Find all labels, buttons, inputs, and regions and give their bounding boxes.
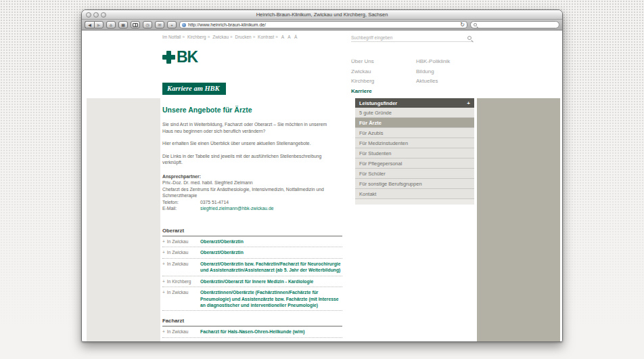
job-link[interactable]: Oberarzt/Oberärztin	[200, 249, 244, 255]
job-location: In Zwickau	[162, 261, 200, 274]
sidebar-item-azubis[interactable]: Für Azubis	[355, 128, 474, 138]
nav-hbk-poliklinik[interactable]: HBK-Poliklinik	[416, 57, 481, 67]
phone-value: 0375 51-4714	[200, 199, 229, 206]
utility-link-kirchberg[interactable]: Kirchberg	[187, 35, 206, 39]
intro-paragraph: Hier erhalten Sie einen Überblick über u…	[162, 140, 331, 147]
plus-bullet-icon	[162, 341, 167, 341]
mail-button[interactable]: ✉	[155, 21, 164, 28]
book-icon	[133, 23, 138, 27]
job-link[interactable]: Oberarzt/Oberärztin bzw. Fachärztin/Fach…	[200, 261, 342, 274]
sidebar-item-schueler[interactable]: Für Schüler	[355, 169, 474, 179]
window-controls	[86, 12, 106, 18]
job-link[interactable]: Facharzt für Hals-Nasen-Ohren-Heilkunde …	[200, 329, 304, 335]
close-button[interactable]	[86, 12, 91, 18]
hbk-logo[interactable]: BK	[162, 51, 198, 64]
browser-search-field[interactable]	[470, 21, 559, 28]
plus-bullet-icon	[162, 261, 167, 266]
job-row: In Zwickau Oberarzt/Oberärztin	[162, 236, 342, 247]
font-size-small[interactable]: A	[281, 35, 285, 39]
job-location: In Zwickau	[162, 329, 200, 335]
sidebar-item-medizinstudenten[interactable]: Für Medizinstudenten	[355, 138, 474, 148]
section-title: Facharzt	[162, 318, 342, 326]
sidebar: Leistungsfinder + 5 gute Gründe Für Ärzt…	[355, 98, 474, 205]
email-link[interactable]: siegfried.zielmann@hbk-zwickau.de	[200, 205, 274, 212]
jobs-section-oberarzt: Oberarzt In Zwickau Oberarzt/Oberärztin …	[162, 228, 342, 311]
job-location: In Zwickau	[162, 238, 200, 245]
job-row: In Kirchberg Oberärztin/Oberarzt für Inn…	[162, 276, 342, 287]
font-size-controls: A A Ä	[281, 35, 299, 39]
left-background-panel	[87, 98, 160, 341]
font-size-medium[interactable]: A	[288, 35, 292, 39]
job-location: In Zwickau	[162, 289, 200, 308]
site-search-field[interactable]: Suchbegriff eingeben	[351, 34, 473, 42]
back-button[interactable]: ◀	[85, 21, 94, 28]
sidebar-item-kontakt[interactable]: Kontakt	[355, 189, 474, 199]
title-bar[interactable]: Heinrich-Braun-Klinikum, Zwickau und Kir…	[82, 10, 562, 20]
job-row: In Zwickau Facharzt für Hals-Nasen-Ohren…	[162, 326, 342, 337]
url-text[interactable]: http://www.heinrich-braun-klinikum.de/	[188, 22, 458, 27]
sidebar-item-studenten[interactable]: Für Studenten	[355, 148, 474, 159]
expand-icon[interactable]: +	[467, 100, 470, 106]
separator: »	[253, 35, 256, 39]
job-row: In Zwickau Oberarzt/Oberärztin bzw. Fach…	[162, 259, 342, 276]
job-row: In Zwickau Oberärztinnen/Oberärzte (Fach…	[162, 287, 342, 311]
sidebar-item-gruende[interactable]: 5 gute Gründe	[355, 108, 474, 118]
sidebar-item-aerzte[interactable]: Für Ärzte	[355, 118, 474, 128]
right-background-panel	[477, 98, 560, 341]
page-title: Unsere Angebote für Ärzte	[162, 106, 342, 114]
site-search-icon[interactable]	[467, 36, 472, 40]
jobs-section-facharzt: Facharzt In Zwickau Facharzt für Hals-Na…	[162, 318, 342, 341]
nav-kirchberg[interactable]: Kirchberg	[351, 77, 416, 87]
sidebar-item-berufsgruppen[interactable]: Für sonstige Berufsgruppen	[355, 179, 474, 189]
contact-role: Chefarzt des Zentrums für Anästhesiologi…	[162, 186, 342, 199]
section-banner: Karriere am HBK	[162, 83, 226, 95]
plus-bullet-icon	[162, 250, 167, 255]
sidebar-item-pflegepersonal[interactable]: Für Pflegepersonal	[355, 159, 474, 169]
utility-link-notfall[interactable]: Im Notfall	[162, 35, 181, 39]
utility-link-drucken[interactable]: Drucken	[235, 35, 251, 39]
nav-ueber-uns[interactable]: Über Uns	[351, 57, 416, 67]
nav-zwickau[interactable]: Zwickau	[351, 67, 416, 77]
job-link[interactable]: Oberärztin/Oberarzt für Innere Medizin -…	[200, 278, 313, 284]
email-label: E-Mail:	[162, 205, 200, 212]
browser-toolbar: ◀ ▶ ⌂ ▦ ◷ ✉ + http://www.heinrich-braun-…	[82, 20, 562, 30]
address-bar[interactable]: http://www.heinrich-braun-klinikum.de/ ↻	[179, 21, 467, 28]
sidebar-header[interactable]: Leistungsfinder +	[355, 98, 474, 108]
separator: »	[230, 35, 233, 39]
main-nav-col1: Über Uns Zwickau Kirchberg Karriere	[351, 57, 416, 96]
job-row: In Zwickau Oberarzt/Oberärztin	[162, 247, 342, 258]
site-favicon	[182, 23, 186, 27]
add-bookmark-button[interactable]: +	[167, 21, 177, 28]
bookmarks-button[interactable]	[131, 21, 140, 28]
job-link[interactable]: Oberärztinnen/Oberärzte (Fachärztinnen/F…	[200, 289, 342, 308]
browser-window: Heinrich-Braun-Klinikum, Zwickau und Kir…	[81, 9, 563, 342]
nav-aktuelles[interactable]: Aktuelles	[416, 77, 481, 87]
page-viewport: Im Notfall» Kirchberg» Zwickau» Drucken»…	[82, 31, 562, 341]
main-content: Unsere Angebote für Ärzte Sie sind Arzt …	[162, 98, 342, 341]
job-link[interactable]: Facharzt für Innere Medizin oder Allgeme…	[200, 340, 342, 341]
nav-karriere[interactable]: Karriere	[351, 87, 416, 97]
minimize-button[interactable]	[93, 12, 99, 18]
separator: »	[275, 35, 278, 39]
forward-button[interactable]: ▶	[94, 21, 104, 28]
site-search-placeholder: Suchbegriff eingeben	[351, 35, 392, 40]
plus-bullet-icon	[162, 290, 167, 295]
zoom-button[interactable]	[101, 12, 106, 18]
search-icon	[474, 23, 477, 26]
logo-cross-icon	[162, 51, 175, 64]
job-row: In Zwickau Facharzt für Innere Medizin o…	[162, 338, 342, 341]
contact-name: Priv.-Doz. Dr. med. habil. Siegfried Zie…	[162, 180, 342, 186]
home-button[interactable]: ⌂	[106, 21, 116, 28]
nav-bildung[interactable]: Bildung	[416, 67, 481, 77]
plus-bullet-icon	[162, 329, 167, 334]
plus-bullet-icon	[162, 239, 167, 244]
sidebar-header-label: Leistungsfinder	[359, 100, 397, 106]
refresh-icon[interactable]: ↻	[460, 22, 465, 28]
utility-link-kontrast[interactable]: Kontrast	[258, 35, 274, 39]
top-sites-button[interactable]: ▦	[118, 21, 128, 28]
font-size-large[interactable]: Ä	[294, 35, 298, 39]
utility-link-zwickau[interactable]: Zwickau	[212, 35, 229, 39]
history-button[interactable]: ◷	[143, 21, 152, 28]
separator: »	[182, 35, 185, 39]
job-link[interactable]: Oberarzt/Oberärztin	[200, 238, 244, 245]
